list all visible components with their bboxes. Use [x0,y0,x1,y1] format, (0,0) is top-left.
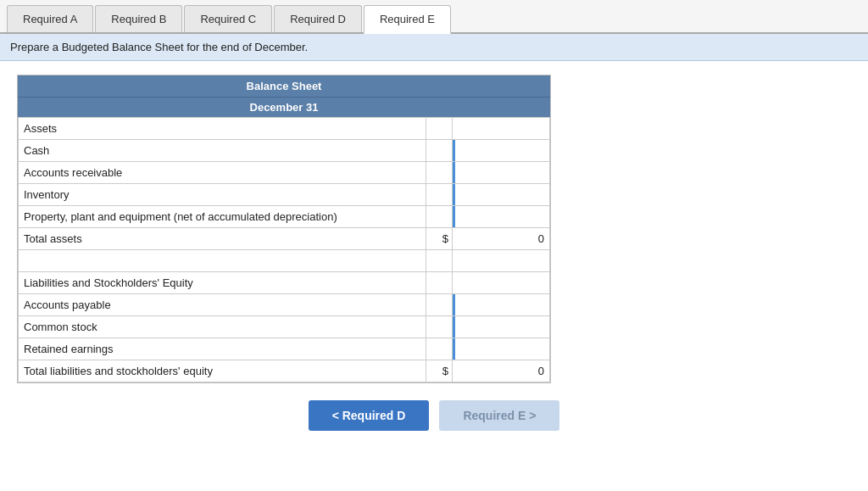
table-row: Common stock [19,316,550,338]
retained-earnings-input[interactable] [453,338,549,360]
bs-table: Assets Cash Accounts receivable [18,117,550,382]
ppe-input-cell[interactable] [453,206,550,228]
table-row: Property, plant and equipment (net of ac… [19,206,550,228]
prev-button[interactable]: < Required D [309,400,430,431]
accounts-receivable-input-cell[interactable] [453,162,550,184]
common-stock-label: Common stock [19,316,426,338]
table-row: Cash [19,140,550,162]
total-assets-label: Total assets [19,228,426,250]
ppe-label: Property, plant and equipment (net of ac… [19,206,426,228]
accounts-payable-input[interactable] [453,294,549,315]
ppe-input[interactable] [453,206,549,227]
retained-earnings-label: Retained earnings [19,338,426,360]
table-row [19,250,550,272]
tab-bar: Required A Required B Required C Require… [0,0,868,34]
total-liabilities-label: Total liabilities and stockholders' equi… [19,360,426,382]
instruction-banner: Prepare a Budgeted Balance Sheet for the… [0,34,868,61]
accounts-receivable-input[interactable] [453,162,549,183]
total-assets-dollar: $ [426,228,452,250]
inventory-label: Inventory [19,184,426,206]
table-row: Inventory [19,184,550,206]
accounts-receivable-label: Accounts receivable [19,162,426,184]
table-row: Assets [19,118,550,140]
common-stock-input[interactable] [453,316,549,338]
common-stock-input-cell[interactable] [453,316,550,338]
liabilities-header-label: Liabilities and Stockholders' Equity [19,272,426,294]
bs-title: Balance Sheet [18,75,550,97]
table-row: Total assets $ 0 [19,228,550,250]
inventory-input[interactable] [453,184,549,205]
tab-required-c[interactable]: Required C [184,5,272,32]
tab-required-a[interactable]: Required A [7,5,93,32]
total-liabilities-dollar: $ [426,360,452,382]
bs-subtitle: December 31 [18,97,550,117]
tab-required-e[interactable]: Required E [364,5,451,34]
retained-earnings-input-cell[interactable] [453,338,550,360]
assets-header-label: Assets [19,118,426,140]
table-row: Total liabilities and stockholders' equi… [19,360,550,382]
balance-sheet: Balance Sheet December 31 Assets Cash [17,75,551,383]
tab-required-b[interactable]: Required B [95,5,182,32]
table-row: Retained earnings [19,338,550,360]
table-row: Liabilities and Stockholders' Equity [19,272,550,294]
table-row: Accounts payable [19,294,550,316]
total-assets-value-cell: 0 [453,228,550,250]
accounts-payable-input-cell[interactable] [453,294,550,316]
cash-input-cell[interactable] [453,140,550,162]
accounts-payable-label: Accounts payable [19,294,426,316]
next-button[interactable]: Required E > [439,400,559,431]
cash-label: Cash [19,140,426,162]
cash-input[interactable] [453,140,549,161]
total-liabilities-value-cell: 0 [453,360,550,382]
inventory-input-cell[interactable] [453,184,550,206]
content-area: Balance Sheet December 31 Assets Cash [0,61,868,461]
table-row: Accounts receivable [19,162,550,184]
nav-buttons: < Required D Required E > [17,400,851,448]
tab-required-d[interactable]: Required D [274,5,362,32]
